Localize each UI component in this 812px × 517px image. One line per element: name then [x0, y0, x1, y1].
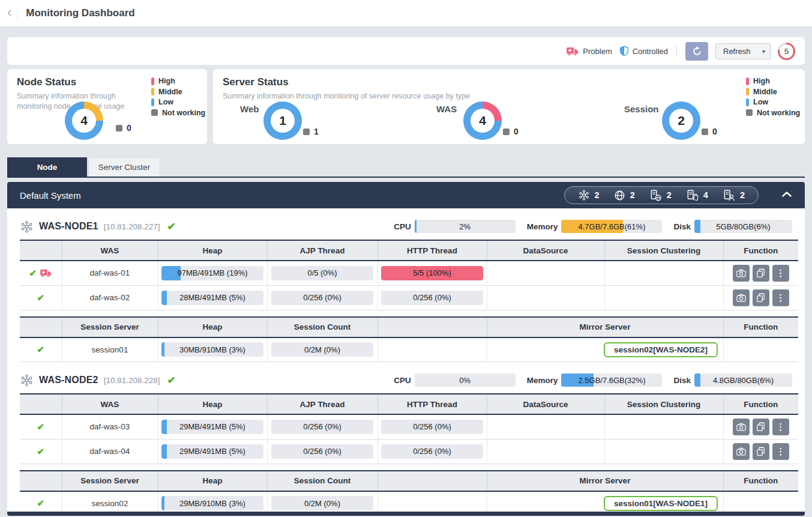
node-resource-gauges: CPU 0% Memory 2.5GB/7.6GB(32%) Disk 4.8G… — [394, 373, 792, 387]
node-ok-icon: ✔ — [167, 375, 176, 385]
node-count: 4 — [65, 101, 103, 140]
session-count-column-header: Session Count — [267, 317, 377, 337]
empty-column-header — [377, 317, 487, 337]
http-gauge: 0/256 (0%) — [381, 444, 483, 459]
tab-node[interactable]: Node — [7, 157, 87, 177]
copy-button[interactable] — [753, 265, 769, 282]
cpu-gauge: 2% — [415, 220, 516, 233]
web-counter: 2 — [614, 190, 635, 201]
session-clustering-column-header: Session Clustering — [604, 394, 723, 414]
system-title: Default System — [20, 190, 81, 201]
refresh-interval-dropdown[interactable]: Refresh ▾ — [715, 43, 771, 59]
empty-cell — [377, 337, 487, 362]
session-table-node1: Session Server Heap Session Count Mirror… — [20, 316, 798, 363]
node-status-donut: 4 — [65, 101, 103, 140]
heap-gauge: 97MB/491MB (19%) — [161, 266, 263, 280]
more-actions-button[interactable]: ⋮ — [772, 289, 789, 306]
not-working-chip — [746, 109, 753, 116]
tab-underline — [7, 177, 805, 178]
low-chip — [151, 98, 154, 106]
status-column-header — [20, 317, 62, 337]
session-server-counter: 2 — [723, 189, 745, 202]
datasource-column-header: DataSource — [487, 240, 604, 261]
status-column-header — [20, 471, 62, 491]
session-clustering-column-header: Session Clustering — [604, 240, 723, 261]
node-name: WAS-NODE2 — [39, 375, 98, 385]
was-gauge-label: WAS — [436, 104, 457, 114]
system-panel-header: Default System 2 2 — [7, 182, 805, 208]
tab-server-cluster[interactable]: Server Cluster — [88, 157, 160, 177]
session-clustering-cell — [604, 439, 723, 464]
web-donut: 1 — [263, 101, 302, 140]
high-chip — [151, 77, 154, 85]
refresh-button[interactable] — [685, 42, 708, 61]
ajp-gauge: 0/256 (0%) — [271, 444, 373, 459]
collapse-panel-button[interactable] — [780, 189, 794, 199]
empty-cell — [377, 491, 487, 512]
function-cell — [723, 337, 798, 362]
node-cluster-icon — [578, 189, 590, 201]
refresh-dropdown-label: Refresh — [723, 47, 751, 56]
not-working-chip — [151, 109, 158, 116]
thread-dump-button[interactable] — [733, 289, 750, 306]
http-column-header: HTTP Thread — [377, 240, 487, 261]
node-ip: [10.81.208.228] — [104, 376, 160, 385]
chevron-down-icon: ▾ — [762, 48, 765, 55]
datasource-column-header: DataSource — [487, 394, 604, 414]
status-column-header — [20, 394, 62, 414]
kebab-icon: ⋮ — [776, 268, 785, 277]
ajp-gauge: 0/256 (0%) — [271, 291, 373, 305]
top-bar: ‹ Monitoring Dashboard — [0, 0, 812, 27]
system-summary-pill: 2 2 2 — [564, 186, 759, 204]
node-status-panel: Node Status Summary information through … — [7, 69, 207, 144]
more-actions-button[interactable]: ⋮ — [772, 419, 789, 435]
mirror-server-badge: session02[WAS-NODE2] — [604, 342, 718, 357]
was-donut: 4 — [463, 101, 502, 140]
system-panel-body: WAS-NODE1 [10.81.208.227] ✔ CPU 2% Memor… — [7, 208, 805, 512]
disk-gauge: 4.8GB/80GB(6%) — [694, 373, 792, 387]
http-column-header: HTTP Thread — [377, 394, 487, 414]
ajp-gauge: 0/256 (0%) — [271, 420, 373, 434]
low-chip — [746, 98, 749, 106]
not-working-chip — [503, 128, 510, 135]
node-counter: 2 — [578, 189, 600, 201]
kebab-icon: ⋮ — [776, 447, 785, 456]
camera-icon — [736, 423, 746, 431]
was-name: daf-was-04 — [62, 439, 158, 464]
node-header-was-node2: WAS-NODE2 [10.81.208.228] ✔ CPU 0% Memor… — [20, 367, 792, 393]
high-chip — [746, 77, 749, 85]
thread-dump-button[interactable] — [733, 443, 750, 460]
session-count-column-header: Session Count — [267, 471, 377, 491]
toolbar: Problem Controlled Refresh ▾ 5 — [7, 37, 805, 65]
back-chevron-icon[interactable]: ‹ — [6, 6, 17, 21]
more-actions-button[interactable]: ⋮ — [772, 265, 789, 282]
status-ok-icon: ✔ — [29, 268, 37, 277]
memory-gauge: 4.7GB/7.6GB(61%) — [561, 220, 662, 233]
camera-icon — [736, 447, 746, 456]
node-status-title: Node Status — [17, 76, 76, 88]
copy-button[interactable] — [753, 419, 769, 435]
copy-button[interactable] — [753, 289, 769, 306]
server-status-title: Server Status — [223, 76, 289, 88]
copy-button[interactable] — [753, 443, 769, 460]
table-row: ✔ daf-was-04 29MB/491MB (5%) 0/256 (0%) … — [20, 439, 798, 464]
view-tabs: Node Server Cluster — [7, 157, 805, 177]
status-ok-icon: ✔ — [37, 344, 44, 354]
memory-gauge: 2.5GB/7.6GB(32%) — [561, 373, 662, 387]
session-donut: 2 — [662, 101, 700, 140]
mirror-server-column-header: Mirror Server — [487, 317, 723, 337]
was-name: daf-was-02 — [62, 285, 158, 310]
session-clustering-cell — [604, 414, 723, 439]
copy-icon — [756, 293, 765, 303]
mirror-server-column-header: Mirror Server — [487, 471, 723, 491]
thread-dump-button[interactable] — [733, 265, 750, 282]
problem-label: Problem — [583, 47, 612, 56]
node-name: WAS-NODE1 — [39, 221, 98, 232]
more-actions-button[interactable]: ⋮ — [772, 443, 789, 460]
heap-column-header: Heap — [158, 317, 267, 337]
web-gauge-label: Web — [240, 104, 259, 114]
copy-icon — [756, 422, 765, 432]
was-name: daf-was-01 — [62, 261, 158, 285]
thread-dump-button[interactable] — [733, 419, 750, 435]
was-server-counter: 4 — [686, 189, 708, 202]
